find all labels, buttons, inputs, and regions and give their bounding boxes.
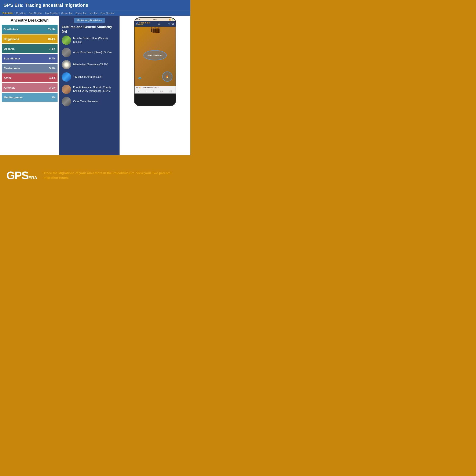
ancestry-bar-doggerland: Doggerland 18.4%: [2, 34, 58, 43]
nav-copper-age[interactable]: Copper Age: [61, 12, 72, 14]
era-text: ERA: [28, 175, 37, 180]
phone-nav-bar: 🧬 ANCIENT DNAORIGINS ☰ 🛒(0): [135, 21, 176, 27]
ancestry-bar-scandinavia: Scandinavia 5.7%: [2, 54, 58, 63]
ancestry-title: Ancestry Breakdown: [2, 18, 58, 23]
main-content: Ancestry Breakdown South Asia 53.1% Dogg…: [0, 16, 190, 155]
phone-status-bar: 13:50 1min 📶 🔋: [135, 18, 176, 21]
culture-name-mongolia: Khentii Province, Norovlin County, Salkh…: [73, 86, 117, 93]
nav-iron-age[interactable]: Iron Age: [89, 12, 97, 14]
bookmark-button[interactable]: 📖: [160, 90, 163, 93]
culture-name-amur: Amur River Basin (China) (72.7%): [73, 51, 112, 54]
forward-button[interactable]: ›: [145, 90, 146, 93]
bar-label-central-asia: Central Asia: [4, 67, 20, 70]
prehistoric-figures-top: [137, 28, 173, 33]
culture-image-romania: [62, 97, 71, 106]
culture-image-amur: [62, 48, 71, 57]
ancestry-bar-central-asia: Central Asia 5.5%: [2, 64, 58, 73]
culture-name-tanzania: Mlambalasi (Tanzania) (72.7%): [73, 63, 108, 67]
phone-bottom-bar: ‹ › ⬆ 📖 ⬜: [135, 89, 176, 94]
culture-image-malawi: [62, 35, 71, 45]
phone-time: 13:50: [136, 19, 140, 20]
phone-device: 13:50 1min 📶 🔋 🧬 ANCIENT DNAORIGINS ☰ 🛒(…: [134, 17, 176, 106]
nav-mesolithic[interactable]: Mesolithic: [16, 12, 26, 14]
small-ancestor-circle: 🔥: [162, 71, 172, 82]
culture-name-romania: Oase Cave (Romania): [73, 100, 98, 103]
gps-logo: GPS ERA: [6, 170, 37, 181]
url-text: ancientdnaorigins.com: [142, 87, 156, 88]
page-title: GPS Era: Tracing ancestral migrations: [3, 2, 187, 8]
phone-cart-icon[interactable]: 🛒(0): [168, 22, 174, 25]
phone-mockup-panel: 13:50 1min 📶 🔋 🧬 ANCIENT DNAORIGINS ☰ 🛒(…: [119, 16, 190, 155]
list-item: Mlambalasi (Tanzania) (72.7%): [62, 60, 117, 69]
bar-label-oceania: Oceania: [4, 47, 15, 50]
list-item: Mzimba District, Hora (Malawi) (98.4%): [62, 35, 117, 45]
bar-label-africa: Africa: [4, 76, 12, 80]
ancestry-bar-south-asia: South Asia 53.1%: [2, 25, 58, 34]
culture-list: Mzimba District, Hora (Malawi) (98.4%) A…: [59, 35, 119, 106]
phone-content-area: Your Ancestors 🔥 🦏: [135, 27, 176, 86]
your-ancestors-circle: Your Ancestors: [143, 50, 167, 60]
bottom-section: GPS ERA Trace the Migrations of your Anc…: [0, 155, 190, 190]
ancestry-breakdown-panel: Ancestry Breakdown South Asia 53.1% Dogg…: [0, 16, 59, 155]
ancestry-bar-america: America 3.1%: [2, 83, 58, 92]
nav-late-neolithic[interactable]: Late Neolithic: [45, 12, 58, 14]
phone-icons: 📶 🔋: [169, 19, 174, 20]
your-ancestors-label: Your Ancestors: [148, 54, 162, 56]
gps-text: GPS: [6, 170, 28, 181]
bar-label-south-asia: South Asia: [4, 28, 18, 31]
bar-value-south-asia: 53.1%: [48, 28, 55, 31]
bar-value-mediterranean: 2%: [51, 96, 55, 99]
list-item: Khentii Province, Norovlin County, Salkh…: [62, 85, 117, 94]
culture-name-tianyuan: Tianyuan (China) (60.1%): [73, 75, 102, 79]
bar-label-scandinavia: Scandinavia: [4, 57, 20, 60]
ancestry-bar-mediterranean: Mediterranean 2%: [2, 93, 58, 102]
cultures-panel: My Ancestry Breakdown Cultures and Genet…: [59, 16, 119, 155]
phone-menu-icon[interactable]: ☰: [158, 22, 160, 25]
bottom-description: Trace the Migrations of your Ancestors i…: [44, 171, 184, 180]
my-ancestry-button[interactable]: My Ancestry Breakdown: [74, 18, 105, 23]
list-item: Oase Cave (Romania): [62, 97, 117, 106]
nav-early-neolithic[interactable]: Early Neolithic: [29, 12, 42, 14]
nav-early-classical[interactable]: Early Classical: [101, 12, 115, 14]
culture-name-malawi: Mzimba District, Hora (Malawi) (98.4%): [73, 37, 117, 44]
bar-label-america: America: [4, 86, 15, 89]
page-header: GPS Era: Tracing ancestral migrations: [0, 0, 190, 11]
era-nav-bar: Paleolithic | Mesolithic | Early Neolith…: [0, 11, 190, 16]
culture-image-tanzania: [62, 60, 71, 69]
bar-value-doggerland: 18.4%: [48, 37, 55, 41]
bar-value-oceania: 7.8%: [49, 47, 55, 50]
ancestry-bar-oceania: Oceania 7.8%: [2, 44, 58, 53]
culture-image-mongolia: [62, 85, 71, 94]
lock-icon: 🔒: [139, 87, 141, 88]
share-button[interactable]: ⬆: [152, 90, 154, 93]
bar-value-america: 3.1%: [49, 86, 55, 89]
list-item: Amur River Basin (China) (72.7%): [62, 48, 117, 57]
bar-value-scandinavia: 5.7%: [49, 57, 55, 60]
back-button[interactable]: ‹: [138, 90, 139, 93]
cultures-title: Cultures and Genetic Similarity (%): [59, 25, 119, 35]
bar-value-central-asia: 5.5%: [49, 67, 55, 70]
bar-label-mediterranean: Mediterranean: [4, 96, 23, 99]
tabs-button[interactable]: ⬜: [169, 90, 171, 93]
bar-value-africa: 4.4%: [49, 76, 55, 80]
animal-figure: 🦏: [138, 76, 141, 80]
nav-paleolithic[interactable]: Paleolithic: [2, 12, 13, 14]
phone-url-bar[interactable]: AA 🔒 ancientdnaorigins.com ↻: [135, 86, 176, 89]
bar-label-doggerland: Doggerland: [4, 37, 19, 41]
refresh-icon[interactable]: ↻: [157, 87, 159, 88]
phone-notification: 1min: [153, 19, 156, 20]
culture-image-tianyuan: [62, 72, 71, 82]
nav-bronze-age[interactable]: Bronze Age: [76, 12, 86, 14]
ancestry-bar-africa: Africa 4.4%: [2, 73, 58, 82]
phone-logo: 🧬 ANCIENT DNAORIGINS: [136, 22, 151, 26]
list-item: Tianyuan (China) (60.1%): [62, 72, 117, 82]
font-size-control: AA: [136, 87, 138, 88]
